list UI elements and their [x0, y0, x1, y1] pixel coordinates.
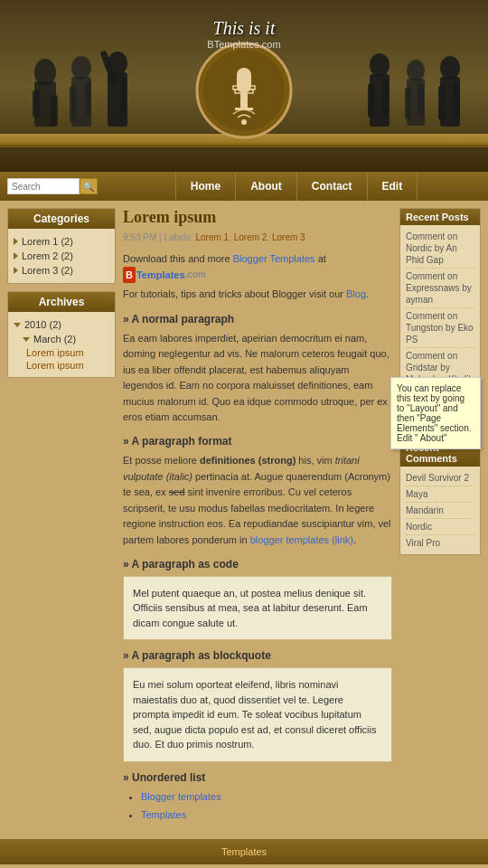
- category-count-2: (2): [61, 250, 72, 261]
- p2-normal-1: Et posse meliore: [123, 455, 200, 466]
- header-title-box: This is it BTemplates.com: [207, 18, 280, 50]
- list-item-link-2[interactable]: Templates: [141, 809, 186, 820]
- search-button[interactable]: 🔍: [80, 178, 98, 194]
- blog-link[interactable]: Blog: [346, 288, 366, 299]
- svg-point-23: [440, 56, 460, 80]
- archive-post-1[interactable]: Lorem ipsum: [14, 346, 109, 359]
- nav-links: Home About Contact Edit: [105, 172, 488, 201]
- p2-period: .: [353, 534, 356, 545]
- section-heading-4: » A paragraph as blockquote: [123, 649, 392, 662]
- blogger-templates-link-inline[interactable]: blogger templates (link): [250, 534, 353, 545]
- header-background: This is it BTemplates.com: [0, 0, 488, 172]
- unordered-list: Blogger templates Templates: [123, 789, 392, 823]
- post-meta: 9:53 PM | Labels: Lorem 1, Lorem 2, Lore…: [123, 232, 392, 242]
- archive-year-2010[interactable]: 2010 (2): [14, 317, 109, 332]
- svg-point-34: [241, 119, 247, 125]
- svg-rect-14: [120, 77, 127, 113]
- recent-comment-2[interactable]: Maya: [406, 486, 474, 503]
- category-item-2[interactable]: Lorem 2 (2): [14, 249, 109, 263]
- category-label-2: Lorem 2: [22, 250, 58, 261]
- at-text: at: [318, 253, 326, 264]
- post-label-2[interactable]: Lorem 2: [234, 232, 267, 242]
- nav-bar: 🔍 Home About Contact Edit: [0, 172, 488, 201]
- post-title: Lorem ipsum: [123, 208, 392, 227]
- archive-month-label: March: [33, 334, 61, 344]
- tooltip-text: You can replace this text by going to "L…: [397, 383, 471, 443]
- category-label-3: Lorem 3: [22, 265, 58, 276]
- nav-home[interactable]: Home: [175, 172, 236, 201]
- recent-post-3[interactable]: Comment on Tungston by Eko PS: [406, 308, 474, 348]
- category-label-1: Lorem 1: [22, 236, 58, 247]
- footer-link[interactable]: Templates: [221, 846, 267, 857]
- category-count-1: (2): [61, 236, 72, 247]
- p2-del: sed: [169, 486, 185, 497]
- recent-comments-content: Devil Survivor 2 Maya Mandarin Nordic Vi…: [400, 467, 480, 554]
- post-label-3[interactable]: Lorem 3: [272, 232, 305, 242]
- svg-point-15: [370, 53, 389, 77]
- nav-edit[interactable]: Edit: [368, 172, 418, 201]
- recent-post-1[interactable]: Comment on Nordic by An Phid Gap: [406, 229, 474, 269]
- svg-rect-9: [70, 86, 76, 122]
- archive-post-2[interactable]: Lorem ipsum: [14, 359, 109, 372]
- blogger-templates-link[interactable]: Blogger Templates: [233, 253, 315, 264]
- tooltip-popup: You can replace this text by going to "L…: [390, 377, 481, 449]
- recent-post-2[interactable]: Comment on Expressnaws by ayman: [406, 269, 474, 308]
- nav-about[interactable]: About: [236, 172, 297, 201]
- list-section: Blogger templates Templates: [123, 789, 392, 823]
- code-block: Mel putent quaeque an, ut postea melius …: [123, 576, 392, 641]
- svg-rect-6: [51, 95, 58, 127]
- footer-bar: Templates: [0, 839, 488, 864]
- categories-section: Categories Lorem 1 (2) Lorem 2 (2) Lorem…: [7, 208, 116, 284]
- btemplates-logo: BTemplates.com: [123, 267, 392, 284]
- archives-title: Archives: [8, 292, 115, 312]
- svg-rect-21: [405, 88, 411, 119]
- arrow-right-icon-2: [14, 252, 18, 259]
- btemplates-com: .com: [185, 268, 206, 281]
- nav-contact[interactable]: Contact: [297, 172, 368, 201]
- paragraph-text-2: Et posse meliore definitiones (strong) h…: [123, 453, 392, 549]
- category-count-3: (2): [61, 265, 72, 276]
- nav-search-area: 🔍: [0, 178, 105, 194]
- svg-rect-25: [438, 86, 445, 120]
- for-tutorials-text: For tutorials, tips and tricks about Blo…: [123, 288, 343, 299]
- header: This is it BTemplates.com: [0, 0, 488, 172]
- svg-rect-17: [368, 83, 374, 118]
- svg-rect-2: [0, 143, 488, 147]
- archive-month-march[interactable]: March (2): [14, 332, 109, 346]
- svg-point-7: [71, 56, 91, 80]
- archive-month-count: (2): [64, 334, 76, 344]
- svg-point-19: [407, 60, 425, 81]
- btemplates-name: Templates: [136, 268, 185, 283]
- p2-strong: definitiones (strong): [200, 455, 296, 466]
- post-label-1[interactable]: Lorem 1: [195, 232, 229, 242]
- svg-rect-18: [382, 80, 389, 118]
- post-time: 9:53 PM: [123, 232, 156, 242]
- post-description: Download this and more Blogger Templates…: [123, 251, 392, 302]
- arrow-down-icon-year: [14, 323, 21, 327]
- recent-comments-section: Recent Comments Devil Survivor 2 Maya Ma…: [399, 439, 481, 555]
- archives-content: 2010 (2) March (2) Lorem ipsum Lorem ips…: [8, 312, 115, 377]
- left-sidebar: Categories Lorem 1 (2) Lorem 2 (2) Lorem…: [7, 208, 116, 832]
- blockquote-block: Eu mei solum oporteat eleifend, libris n…: [123, 667, 392, 762]
- category-item-1[interactable]: Lorem 1 (2): [14, 234, 109, 249]
- category-item-3[interactable]: Lorem 3 (2): [14, 263, 109, 278]
- content-area: Lorem ipsum 9:53 PM | Labels: Lorem 1, L…: [123, 208, 392, 832]
- recent-comment-4[interactable]: Nordic: [406, 519, 474, 535]
- post-meta-separator: | Labels:: [159, 232, 195, 242]
- categories-content: Lorem 1 (2) Lorem 2 (2) Lorem 3 (2): [8, 229, 115, 283]
- section-heading-5: » Unordered list: [123, 771, 392, 784]
- btemplates-b: B: [123, 267, 136, 284]
- p2-normal-2: his, vim: [296, 455, 334, 466]
- search-input[interactable]: [7, 178, 80, 194]
- list-item-1: Blogger templates: [141, 789, 392, 805]
- recent-comment-1[interactable]: Devil Survivor 2: [406, 470, 474, 486]
- arrow-down-icon-month: [23, 337, 30, 342]
- recent-comment-5[interactable]: Viral Pro: [406, 535, 474, 551]
- main-layout: Categories Lorem 1 (2) Lorem 2 (2) Lorem…: [0, 201, 488, 839]
- svg-rect-5: [33, 90, 40, 118]
- categories-title: Categories: [8, 209, 115, 229]
- archive-year-label: 2010: [24, 319, 46, 330]
- list-item-link-1[interactable]: Blogger templates: [141, 791, 221, 802]
- recent-comment-3[interactable]: Mandarin: [406, 503, 474, 519]
- site-subtitle: BTemplates.com: [207, 39, 280, 50]
